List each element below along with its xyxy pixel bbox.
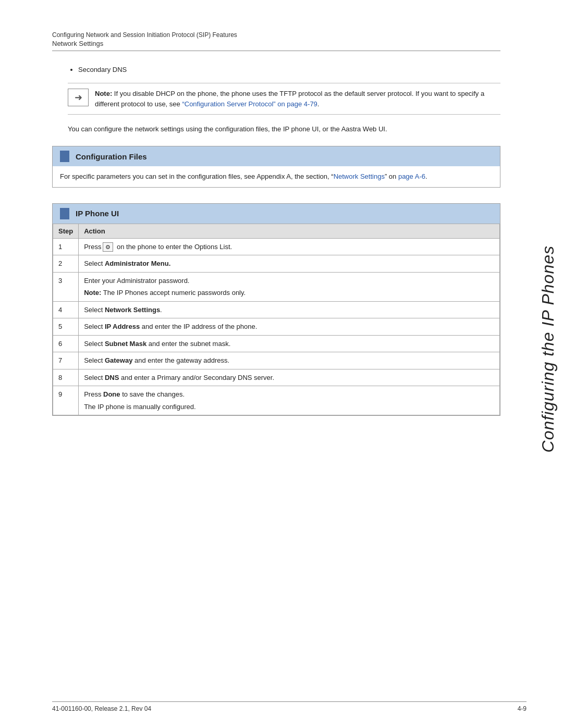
step-action-cell: Press⚙ on the phone to enter the Options… — [79, 238, 500, 255]
action-bold: Administrator Menu. — [105, 260, 170, 267]
action-after: and enter a Primary and/or Secondary DNS… — [119, 374, 274, 381]
footer-section: 41-001160-00, Release 2.1, Rev 04 4-9 — [52, 701, 527, 712]
sidebar-text-area: Configuring the IP Phones — [533, 0, 563, 698]
step-num-cell: 8 — [53, 369, 79, 386]
header-section: Configuring Network and Session Initiati… — [52, 31, 500, 51]
options-icon: ⚙ — [103, 242, 113, 252]
action-after: . — [160, 306, 162, 314]
action-bold: IP Address — [105, 323, 140, 330]
action-before: Select — [84, 260, 105, 267]
main-content: Configuring Network and Session Initiati… — [0, 0, 532, 416]
footer-right: 4-9 — [518, 705, 527, 712]
action-bold: Subnet Mask — [105, 340, 146, 348]
table-row: 1Press⚙ on the phone to enter the Option… — [53, 238, 500, 255]
action-bold: DNS — [105, 374, 119, 381]
action-note: Note: The IP Phones accept numeric passw… — [84, 288, 494, 298]
action-bold: Gateway — [105, 356, 132, 364]
step-action-cell: Enter your Administrator password.Note: … — [79, 272, 500, 301]
note-link[interactable]: “Configuration Server Protocol” on page … — [182, 100, 317, 108]
header-title: Network Settings — [52, 40, 500, 47]
step-num-cell: 7 — [53, 352, 79, 369]
step-action-cell: Select IP Address and enter the IP addre… — [79, 318, 500, 336]
config-files-page-link[interactable]: page A-6 — [398, 172, 425, 180]
step-action-cell: Select Administrator Menu. — [79, 255, 500, 273]
table-header-row: Step Action — [53, 224, 500, 238]
table-row: 3Enter your Administrator password.Note:… — [53, 272, 500, 301]
note-arrow-icon: ➜ — [68, 89, 89, 106]
step-1-press: Press — [84, 243, 101, 251]
action-before: Press — [84, 390, 103, 398]
action-before: Select — [84, 356, 105, 364]
ip-phone-header: IP Phone UI — [53, 204, 500, 224]
table-row: 9Press Done to save the changes.The IP p… — [53, 386, 500, 415]
table-row: 5Select IP Address and enter the IP addr… — [53, 318, 500, 336]
step-action-cell: Select DNS and enter a Primary and/or Se… — [79, 369, 500, 386]
footer-left: 41-001160-00, Release 2.1, Rev 04 — [52, 705, 151, 712]
config-files-header: Configuration Files — [53, 146, 500, 166]
step-num-cell: 2 — [53, 255, 79, 273]
table-row: 6Select Subnet Mask and enter the subnet… — [53, 335, 500, 352]
ip-phone-box: IP Phone UI Step Action 1Press⚙ on the p… — [52, 203, 500, 416]
config-files-body-text: For specific parameters you can set in t… — [60, 172, 334, 180]
note-box: ➜ Note: If you disable DHCP on the phone… — [68, 83, 500, 115]
breadcrumb: Configuring Network and Session Initiati… — [52, 31, 500, 39]
action-after: to save the changes. — [120, 390, 185, 398]
bullet-item-secondary-dns: Secondary DNS — [78, 66, 500, 73]
action-before: Select — [84, 323, 105, 330]
action-before: Select — [84, 340, 105, 348]
action-before: Select — [84, 306, 105, 314]
table-row: 7Select Gateway and enter the gateway ad… — [53, 352, 500, 369]
col-action: Action — [79, 224, 500, 238]
config-files-body: For specific parameters you can set in t… — [53, 166, 500, 187]
action-before: Select — [84, 374, 105, 381]
action-note: The IP phone is manually configured. — [84, 402, 494, 412]
ip-phone-title: IP Phone UI — [76, 209, 119, 218]
action-after: and enter the subnet mask. — [146, 340, 230, 348]
action-after: and enter the IP address of the phone. — [140, 323, 257, 330]
step-num-cell: 9 — [53, 386, 79, 415]
step-num-cell: 3 — [53, 272, 79, 301]
note-label: Note: — [95, 90, 112, 97]
note-text-content: Note: If you disable DHCP on the phone, … — [95, 89, 500, 109]
step-1-suffix: on the phone to enter the Options List. — [115, 243, 232, 251]
action-main: Enter your Administrator password. — [84, 277, 189, 285]
step-action-cell: Select Network Settings. — [79, 301, 500, 318]
config-files-box: Configuration Files For specific paramet… — [52, 146, 500, 188]
step-num-cell: 4 — [53, 301, 79, 318]
action-after: and enter the gateway address. — [132, 356, 229, 364]
step-num-cell: 5 — [53, 318, 79, 336]
table-row: 4Select Network Settings. — [53, 301, 500, 318]
page-container: Configuring the IP Phones Configuring Ne… — [0, 0, 563, 728]
note-bold-label: Note: — [84, 289, 101, 297]
col-step: Step — [53, 224, 79, 238]
step-action-cell: Select Gateway and enter the gateway add… — [79, 352, 500, 369]
table-row: 2Select Administrator Menu. — [53, 255, 500, 273]
step-num-cell: 6 — [53, 335, 79, 352]
note-rest: The IP Phones accept numeric passwords o… — [101, 289, 246, 297]
action-bold: Done — [103, 390, 120, 398]
config-files-link[interactable]: Network Settings — [334, 172, 385, 180]
ip-phone-color-block — [60, 208, 69, 219]
table-row: 8Select DNS and enter a Primary and/or S… — [53, 369, 500, 386]
config-files-link2: ” on — [385, 172, 398, 180]
step-num-cell: 1 — [53, 238, 79, 255]
config-files-title: Configuration Files — [76, 152, 147, 161]
step-action-cell: Select Subnet Mask and enter the subnet … — [79, 335, 500, 352]
paragraph-text: You can configure the network settings u… — [52, 124, 500, 134]
config-files-color-block — [60, 151, 69, 162]
step-action-cell: Press Done to save the changes.The IP ph… — [79, 386, 500, 415]
steps-table: Step Action 1Press⚙ on the phone to ente… — [53, 224, 500, 416]
bullet-section: Secondary DNS — [52, 66, 500, 73]
note-period: . — [317, 100, 320, 108]
action-bold: Network Settings — [105, 306, 160, 314]
sidebar-label: Configuring the IP Phones — [538, 245, 558, 452]
